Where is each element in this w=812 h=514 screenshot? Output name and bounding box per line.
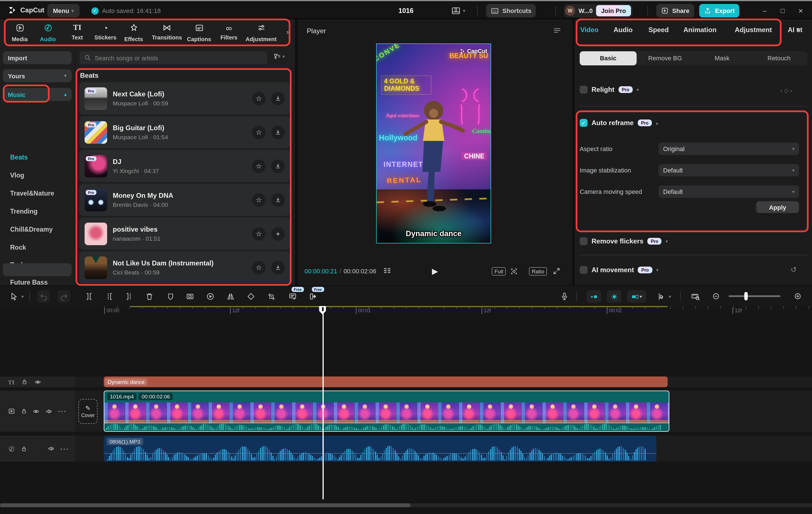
delete-left-tool[interactable] — [103, 290, 116, 303]
lock-icon[interactable] — [21, 408, 27, 414]
keyframe-controls[interactable]: ‹◇› — [780, 87, 794, 94]
fullscreen-icon[interactable] — [553, 267, 560, 275]
tab-audio-inspector[interactable]: Audio — [613, 26, 633, 34]
text-clip[interactable]: Dynamic dance — [104, 376, 668, 387]
song-row[interactable]: Pro DJYi Xingchi · 04:37 ☆ — [79, 150, 290, 182]
rotate-tool[interactable] — [245, 290, 257, 303]
more-icon[interactable]: ⋯ — [58, 406, 66, 417]
search-input[interactable]: Search songs or artists — [80, 51, 267, 64]
share-button[interactable]: Share — [656, 4, 694, 18]
cover-button[interactable]: ✎ Cover — [78, 399, 97, 424]
layout-switcher[interactable]: ▾ — [451, 4, 465, 18]
magnetic-snap-toggle[interactable] — [586, 290, 601, 303]
chevron-down-icon[interactable]: ▾ — [637, 87, 639, 92]
tab-filters[interactable]: ∞ Filters — [214, 22, 244, 40]
genre-rock[interactable]: Rock — [10, 244, 26, 251]
tab-effects[interactable]: Effects — [118, 22, 149, 42]
relight-checkbox[interactable] — [580, 86, 587, 94]
yours-section[interactable]: Yours▾ — [3, 69, 71, 82]
song-row[interactable]: Pro Money On My DNABrentin Davis · 04:00… — [79, 184, 290, 216]
frame-view-icon[interactable] — [383, 267, 392, 275]
delete-tool[interactable] — [143, 290, 156, 303]
add-to-timeline-button[interactable]: + — [271, 227, 285, 240]
download-button[interactable] — [271, 125, 285, 139]
tab-animation[interactable]: Animation — [684, 26, 717, 34]
song-row[interactable]: Pro Big Guitar (Lofi)Muspace Lofi · 01:5… — [79, 116, 290, 148]
tab-media[interactable]: Media — [4, 22, 35, 42]
minimize-button[interactable]: – — [758, 4, 772, 18]
player-menu-icon[interactable] — [553, 26, 562, 37]
zoom-out-button[interactable] — [710, 290, 722, 303]
timeline-zoom-slider[interactable] — [729, 295, 780, 297]
reset-icon[interactable]: ↺ — [790, 266, 797, 274]
expand-panel-icon[interactable]: » — [286, 28, 290, 36]
genre-beats[interactable]: Beats — [10, 154, 28, 161]
stabilization-select[interactable]: Default▾ — [659, 164, 799, 176]
apply-button[interactable]: Apply — [756, 201, 799, 213]
genre-futurebass[interactable]: Future Bass — [10, 279, 48, 286]
tab-speed[interactable]: Speed — [648, 26, 669, 34]
song-row[interactable]: positive vibesnanaacom · 01:51 ☆ + — [79, 217, 290, 250]
speed-tool[interactable] — [204, 290, 216, 303]
eye-icon[interactable] — [34, 379, 41, 385]
subtab-basic[interactable]: Basic — [580, 51, 637, 65]
genre-vlog[interactable]: Vlog — [10, 172, 24, 179]
favorite-button[interactable]: ☆ — [252, 92, 266, 105]
join-pro-button[interactable]: Join Pro — [596, 5, 631, 16]
genre-chill[interactable]: Chill&Dreamy — [10, 226, 53, 233]
play-button[interactable]: ▶ — [432, 267, 438, 276]
undo-button[interactable] — [37, 290, 50, 303]
tab-transitions[interactable]: ⋈ Transitions — [150, 22, 184, 40]
mirror-tool[interactable] — [225, 290, 237, 303]
eye-icon[interactable] — [33, 408, 39, 415]
maximize-button[interactable]: □ — [776, 4, 789, 18]
auto-reframe-checkbox[interactable]: ✓ — [580, 119, 587, 127]
audio-clip[interactable]: 0806(1).MP3 — [104, 436, 656, 461]
menu-button[interactable]: Menu▾ — [47, 4, 80, 18]
tab-stickers[interactable]: ◔ Stickers — [90, 22, 121, 40]
tab-captions[interactable]: Captions — [184, 22, 214, 42]
crop-tool[interactable] — [265, 290, 278, 303]
download-button[interactable] — [271, 159, 285, 173]
record-voiceover-tool[interactable] — [558, 290, 571, 303]
playhead-line[interactable] — [323, 306, 323, 500]
overlay-tool[interactable] — [184, 290, 196, 303]
close-button[interactable]: × — [794, 4, 808, 18]
subtab-mask[interactable]: Mask — [694, 51, 751, 65]
more-icon[interactable]: ⋯ — [60, 443, 69, 454]
ratio-button[interactable]: Ratio — [529, 267, 547, 275]
smart-clip-tool[interactable]: Free — [307, 290, 319, 303]
video-clip[interactable]: 1016.mp4 00:00:02:06 — [104, 391, 669, 432]
favorite-button[interactable]: ☆ — [252, 193, 266, 207]
select-tool[interactable] — [8, 290, 20, 303]
lock-icon[interactable] — [21, 446, 27, 452]
tab-audio[interactable]: Audio — [33, 22, 63, 42]
timeline-scale-tool[interactable] — [689, 290, 701, 303]
download-button[interactable] — [271, 92, 285, 105]
subtab-removebg[interactable]: Remove BG — [637, 51, 694, 65]
account-area[interactable]: W W...0 Join Pro — [564, 4, 633, 18]
shortcuts-button[interactable]: Shortcuts — [486, 4, 536, 18]
mask-tool[interactable] — [164, 290, 176, 303]
zoom-in-button[interactable] — [792, 290, 804, 303]
export-button[interactable]: Export — [699, 4, 739, 18]
mute-icon[interactable] — [45, 408, 52, 415]
chevron-down-icon[interactable]: ▾ — [656, 267, 658, 272]
download-button[interactable] — [271, 261, 285, 274]
tab-text[interactable]: TI Text — [62, 22, 92, 40]
subtab-retouch[interactable]: Retouch — [751, 51, 808, 65]
download-button[interactable] — [271, 193, 285, 207]
tab-adjustment[interactable]: Adjustment — [243, 22, 279, 42]
chevron-down-icon[interactable]: ▾ — [666, 239, 668, 244]
favorite-button[interactable]: ☆ — [252, 125, 266, 139]
import-button[interactable]: Import — [3, 51, 71, 64]
slider-knob[interactable] — [744, 292, 748, 300]
music-section[interactable]: Music▴ — [3, 88, 71, 101]
extract-captions-tool[interactable]: Free — [286, 290, 299, 303]
genre-trending[interactable]: Trending — [10, 208, 37, 215]
timeline-scrollbar-thumb[interactable] — [0, 503, 410, 507]
song-row[interactable]: Not Like Us Dam (Instrumental)Cici Beats… — [79, 251, 290, 283]
genre-travel[interactable]: Travel&Nature — [10, 190, 54, 197]
aspect-ratio-select[interactable]: Original▾ — [659, 143, 799, 155]
preview-highlight-toggle[interactable] — [607, 290, 621, 303]
